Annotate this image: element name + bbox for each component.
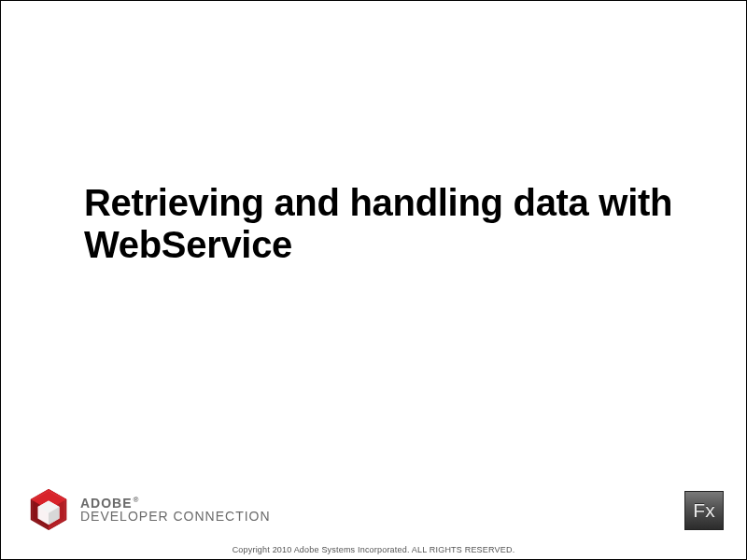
brand-line-2: DEVELOPER CONNECTION [80,510,271,523]
slide-footer: ADOBE® DEVELOPER CONNECTION Fx Copyright… [0,471,747,560]
slide-title: Retrieving and handling data with WebSer… [84,182,691,266]
adobe-logo-icon [26,487,71,532]
registered-mark: ® [134,496,140,504]
flex-badge-icon: Fx [684,491,724,530]
adobe-brand-text: ADOBE® DEVELOPER CONNECTION [80,497,271,524]
brand-line-1: ADOBE® [80,497,271,510]
adobe-brand-block: ADOBE® DEVELOPER CONNECTION [26,487,271,532]
copyright-text: Copyright 2010 Adobe Systems Incorporate… [0,545,747,554]
